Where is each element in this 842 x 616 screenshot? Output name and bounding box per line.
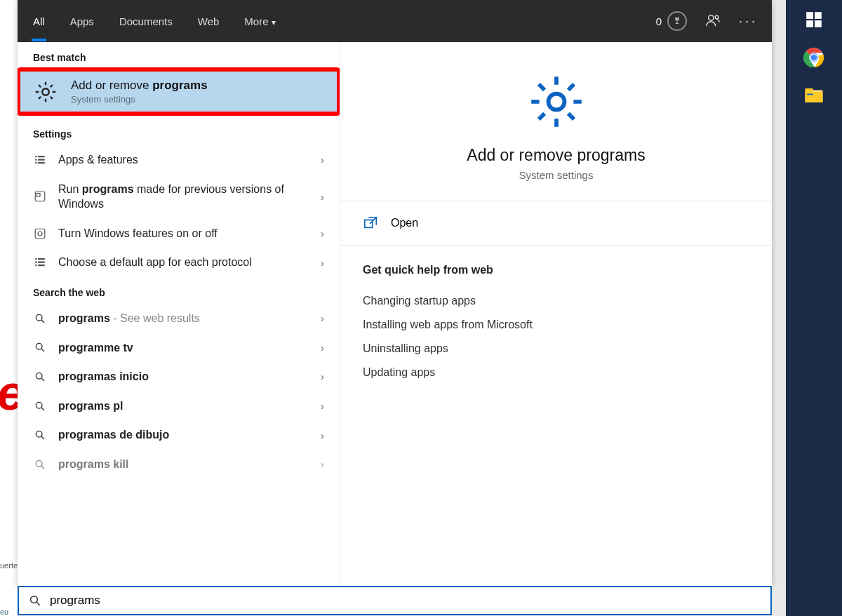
chevron-right-icon: › — [321, 400, 324, 412]
app-icon — [33, 189, 47, 203]
svg-rect-23 — [35, 229, 45, 239]
chevron-right-icon: › — [321, 429, 324, 441]
web-result[interactable]: programme tv › — [18, 333, 340, 363]
best-match-result[interactable]: Add or remove programs System settings — [18, 69, 340, 114]
svg-point-24 — [38, 232, 42, 236]
features-icon — [33, 227, 47, 241]
web-result[interactable]: programas de dibujo › — [18, 420, 340, 450]
chevron-down-icon: ▾ — [272, 18, 276, 27]
search-icon — [33, 399, 47, 413]
svg-rect-3 — [815, 20, 822, 27]
taskbar — [786, 0, 842, 616]
settings-result-windows-features[interactable]: Turn Windows features on or off › — [18, 219, 340, 248]
svg-rect-38 — [365, 220, 373, 227]
search-icon — [33, 370, 47, 384]
svg-point-14 — [42, 88, 49, 95]
tab-web[interactable]: Web — [196, 3, 221, 40]
taskbar-chrome-icon[interactable] — [801, 45, 827, 70]
svg-rect-20 — [38, 162, 45, 163]
open-icon — [363, 215, 378, 231]
chevron-right-icon: › — [321, 342, 324, 354]
svg-rect-10 — [806, 92, 823, 102]
start-button[interactable] — [801, 7, 827, 32]
list-icon — [33, 255, 47, 269]
search-panel: All Apps Documents Web More▾ 0 ··· Best … — [18, 0, 772, 586]
search-input[interactable] — [50, 594, 761, 608]
svg-rect-19 — [35, 162, 36, 163]
background-text-fragment: uerte — [0, 561, 18, 570]
svg-rect-30 — [38, 265, 45, 266]
tab-documents[interactable]: Documents — [118, 3, 174, 40]
result-label: programs - See web results — [58, 311, 309, 326]
quick-help-link[interactable]: Uninstalling apps — [363, 337, 749, 361]
svg-point-36 — [36, 460, 42, 467]
web-result[interactable]: programs - See web results › — [18, 304, 340, 333]
section-best-match: Best match — [18, 42, 340, 69]
svg-rect-28 — [38, 262, 45, 263]
result-label: Run programs made for previous versions … — [58, 182, 309, 212]
section-settings: Settings — [18, 119, 340, 145]
result-label: programme tv — [58, 340, 309, 356]
svg-point-34 — [36, 402, 42, 408]
search-icon — [33, 340, 47, 354]
taskbar-file-explorer-icon[interactable] — [801, 83, 827, 108]
quick-help-section: Get quick help from web Changing startup… — [340, 246, 772, 403]
svg-point-33 — [36, 373, 42, 379]
search-bar[interactable] — [18, 586, 772, 615]
quick-help-link[interactable]: Changing startup apps — [363, 289, 749, 313]
svg-rect-1 — [815, 12, 822, 19]
svg-point-12 — [709, 15, 714, 20]
svg-rect-29 — [35, 265, 36, 266]
svg-point-37 — [548, 94, 564, 110]
chevron-right-icon: › — [321, 370, 324, 382]
open-label: Open — [391, 217, 418, 229]
rewards-badge[interactable]: 0 — [656, 11, 687, 31]
account-icon[interactable] — [705, 13, 721, 30]
chevron-right-icon: › — [321, 257, 324, 269]
svg-rect-25 — [35, 258, 36, 260]
background-text-fragment: eu — [0, 608, 8, 616]
svg-rect-0 — [806, 12, 813, 19]
chevron-right-icon: › — [321, 191, 324, 203]
search-icon — [33, 457, 47, 471]
search-icon — [29, 594, 41, 607]
chevron-right-icon: › — [321, 154, 324, 166]
tab-more[interactable]: More▾ — [243, 3, 276, 40]
open-action[interactable]: Open — [340, 201, 772, 246]
search-tabs: All Apps Documents Web More▾ 0 ··· — [18, 0, 772, 42]
svg-rect-9 — [806, 88, 813, 92]
svg-point-39 — [31, 596, 38, 603]
chevron-right-icon: › — [321, 227, 324, 239]
settings-result-default-app-protocol[interactable]: Choose a default app for each protocol › — [18, 248, 340, 277]
quick-help-link[interactable]: Installing web apps from Microsoft — [363, 313, 749, 337]
more-options-button[interactable]: ··· — [739, 14, 758, 29]
settings-result-apps-features[interactable]: Apps & features › — [18, 145, 340, 175]
svg-rect-22 — [37, 194, 41, 197]
gear-icon — [33, 79, 58, 105]
settings-result-run-programs[interactable]: Run programs made for previous versions … — [18, 175, 340, 219]
chevron-right-icon: › — [321, 458, 324, 470]
svg-point-31 — [36, 314, 42, 321]
svg-rect-17 — [35, 159, 36, 160]
svg-rect-27 — [35, 262, 36, 263]
tab-all[interactable]: All — [32, 3, 46, 40]
quick-help-link[interactable]: Updating apps — [363, 361, 749, 384]
result-label: programas inicio — [58, 369, 309, 384]
svg-rect-11 — [807, 94, 813, 95]
result-label: programs kill — [58, 457, 309, 472]
detail-title: Add or remove programs — [467, 146, 645, 165]
chevron-right-icon: › — [321, 312, 324, 324]
web-result[interactable]: programas inicio › — [18, 362, 340, 391]
web-result[interactable]: programs pl › — [18, 391, 340, 421]
svg-rect-26 — [38, 258, 45, 260]
search-icon — [33, 428, 47, 442]
detail-pane: Add or remove programs System settings O… — [340, 42, 772, 586]
svg-rect-16 — [38, 156, 45, 157]
tab-apps[interactable]: Apps — [69, 3, 95, 40]
gear-icon — [526, 72, 587, 132]
best-match-container: Add or remove programs System settings — [18, 69, 340, 114]
web-result[interactable]: programs kill › — [18, 450, 340, 479]
results-column: Best match Add or remove programs System… — [18, 42, 340, 586]
result-label: Choose a default app for each protocol — [58, 255, 309, 270]
result-label: Apps & features — [58, 152, 309, 168]
